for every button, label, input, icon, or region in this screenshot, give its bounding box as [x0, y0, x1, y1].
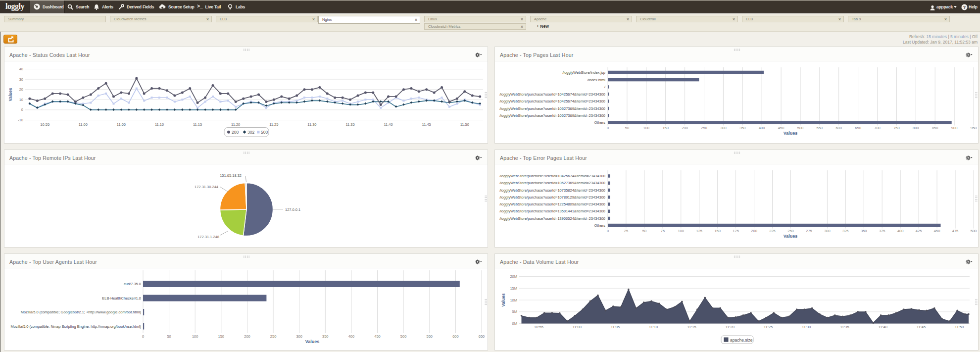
svg-text:11:05: 11:05 — [117, 122, 126, 127]
svg-text:500: 500 — [971, 229, 977, 233]
svg-text:30: 30 — [19, 77, 23, 82]
svg-text:11:35: 11:35 — [345, 122, 354, 127]
svg-text:/logglyWebStore/purchase?userI: /logglyWebStore/purchase?userId=10735824… — [499, 188, 605, 193]
svg-text:11:15: 11:15 — [687, 325, 696, 329]
svg-text:900: 900 — [951, 126, 958, 130]
svg-text:600: 600 — [452, 334, 459, 339]
svg-text:550: 550 — [817, 126, 823, 130]
svg-text:500: 500 — [400, 334, 407, 339]
svg-text:11:40: 11:40 — [384, 122, 392, 127]
svg-text:100: 100 — [678, 229, 685, 233]
svg-text:apache.size: apache.size — [730, 338, 753, 343]
svg-text:350: 350 — [322, 334, 329, 339]
svg-text:10:55: 10:55 — [534, 325, 543, 329]
svg-text:/logglyWebStore/index.jsp: /logglyWebStore/index.jsp — [562, 70, 605, 75]
svg-text:11:00: 11:00 — [79, 122, 88, 127]
svg-text:550: 550 — [427, 334, 433, 339]
svg-text:11:15: 11:15 — [193, 122, 202, 127]
svg-text:11:10: 11:10 — [649, 325, 658, 329]
svg-text:300: 300 — [824, 229, 831, 233]
svg-text:20M: 20M — [510, 274, 517, 279]
svg-text:11:10: 11:10 — [155, 122, 164, 127]
svg-text:950: 950 — [971, 126, 977, 130]
svg-text:250: 250 — [787, 229, 794, 233]
svg-text:400: 400 — [759, 126, 765, 130]
svg-text:11:00: 11:00 — [573, 325, 582, 329]
svg-text:10M: 10M — [510, 298, 517, 302]
svg-text:/logglyWebStore/purchase?userI: /logglyWebStore/purchase?userId=10527369… — [499, 106, 605, 111]
svg-text:500: 500 — [797, 126, 804, 130]
svg-text:10:55: 10:55 — [40, 122, 49, 127]
svg-text:475: 475 — [952, 229, 959, 233]
svg-text:/: / — [604, 85, 606, 89]
svg-text:Mozilla/5.0 (compatible; Nmap: Mozilla/5.0 (compatible; Nmap Scripting … — [11, 324, 142, 329]
svg-text:11:05: 11:05 — [611, 325, 620, 329]
svg-text:50: 50 — [625, 126, 629, 130]
svg-text:0M: 0M — [512, 321, 517, 326]
svg-text:/logglyWebStore/purchase?userI: /logglyWebStore/purchase?userId=10527369… — [499, 113, 605, 118]
svg-text:11:50: 11:50 — [460, 122, 469, 127]
svg-text:11:40: 11:40 — [879, 325, 887, 329]
svg-text:11:30: 11:30 — [802, 325, 811, 329]
svg-text:275: 275 — [806, 229, 812, 233]
svg-text:11:20: 11:20 — [231, 122, 240, 127]
svg-text:100: 100 — [192, 334, 198, 339]
svg-text:250: 250 — [701, 126, 707, 130]
svg-text:200: 200 — [682, 126, 688, 130]
svg-text:/logglyWebStore/purchase?userI: /logglyWebStore/purchase?userId=10425674… — [499, 99, 605, 103]
svg-text:-10: -10 — [18, 118, 23, 122]
svg-text:375: 375 — [879, 229, 885, 233]
svg-text:11:35: 11:35 — [840, 325, 849, 329]
svg-text:25: 25 — [624, 229, 628, 233]
svg-text:15M: 15M — [510, 286, 517, 291]
svg-text:11:20: 11:20 — [726, 325, 735, 329]
svg-text:Others: Others — [594, 223, 605, 228]
svg-text:Values: Values — [305, 339, 320, 344]
svg-text:40: 40 — [19, 67, 23, 71]
svg-text:150: 150 — [714, 229, 721, 233]
svg-text:0: 0 — [21, 107, 23, 112]
svg-text:11:45: 11:45 — [917, 325, 926, 329]
svg-text:0: 0 — [607, 229, 609, 233]
svg-text:11:25: 11:25 — [764, 325, 773, 329]
svg-text:Others: Others — [594, 120, 605, 125]
svg-text:650: 650 — [479, 334, 485, 339]
svg-text:5M: 5M — [512, 309, 517, 314]
svg-text:450: 450 — [934, 229, 940, 233]
svg-text:300: 300 — [296, 334, 302, 339]
svg-text:425: 425 — [916, 229, 922, 233]
svg-text:172.31.30.244: 172.31.30.244 — [195, 185, 218, 189]
svg-text:/logglyWebStore/purchase?userI: /logglyWebStore/purchase?userId=10425674… — [499, 174, 605, 178]
svg-text:400: 400 — [897, 229, 904, 233]
svg-text:250: 250 — [270, 334, 277, 339]
svg-text:500: 500 — [261, 130, 268, 135]
svg-text:/logglyWebStore/purchase?userI: /logglyWebStore/purchase?userId=10527369… — [499, 181, 605, 185]
svg-text:125: 125 — [696, 229, 703, 233]
svg-text:175: 175 — [733, 229, 739, 233]
svg-text:650: 650 — [855, 126, 861, 130]
svg-text:0: 0 — [607, 126, 609, 130]
svg-text:127.0.0.1: 127.0.0.1 — [285, 207, 300, 212]
svg-text:150: 150 — [218, 334, 225, 339]
svg-text:172.31.1.248: 172.31.1.248 — [197, 235, 219, 239]
svg-text:?: ? — [963, 5, 966, 10]
svg-text:Values: Values — [784, 234, 798, 239]
svg-text:11:30: 11:30 — [307, 122, 316, 127]
svg-text:200: 200 — [751, 229, 757, 233]
svg-text:450: 450 — [374, 334, 381, 339]
svg-text:/logglyWebStore/purchase?userI: /logglyWebStore/purchase?userId=10425674… — [499, 92, 605, 97]
svg-text:150: 150 — [662, 126, 669, 130]
svg-text:/index.html: /index.html — [588, 78, 606, 82]
svg-text:ELB-HealthChecker/1.0: ELB-HealthChecker/1.0 — [102, 296, 141, 301]
svg-text:11:45: 11:45 — [422, 122, 431, 127]
svg-text:Mozilla/5.0 (compatible; Googl: Mozilla/5.0 (compatible; Googlebot/2.1; … — [21, 310, 142, 314]
svg-text:325: 325 — [842, 229, 849, 233]
svg-text:302: 302 — [247, 130, 254, 135]
svg-text:11:25: 11:25 — [269, 122, 278, 127]
svg-text:400: 400 — [348, 334, 355, 339]
svg-text:75: 75 — [661, 229, 665, 233]
svg-text:600: 600 — [835, 126, 842, 130]
svg-text:curl/7.35.0: curl/7.35.0 — [124, 282, 141, 286]
svg-text:200: 200 — [244, 334, 250, 339]
svg-text:50: 50 — [642, 229, 646, 233]
